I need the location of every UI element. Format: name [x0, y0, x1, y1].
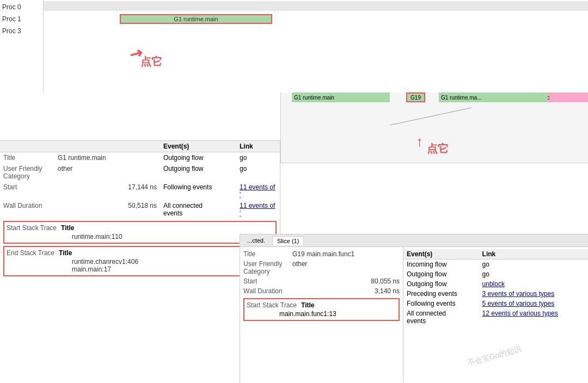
right-detail-panel: ...cted. Slice (1) Title G19 main.main.f… — [240, 234, 588, 383]
rd-events-table: Event(s) Link Incoming flow go Outgoing … — [403, 249, 588, 326]
link-4[interactable]: 11 events of ' — [236, 200, 280, 219]
rd-event-0: Incoming flow — [403, 260, 479, 270]
start-stack-label: Start Stack Trace — [7, 224, 57, 232]
field-col-header — [0, 141, 54, 152]
proc-3-label: Proc 3 — [2, 27, 21, 35]
rt-g1b-label: G1 runtime.ma... — [441, 95, 481, 101]
rd-stack-title-row: Start Stack Trace Title — [247, 301, 396, 309]
table-row: Start 80,055 ns — [240, 276, 403, 286]
rd-link-4[interactable]: 5 events of various types — [479, 299, 588, 308]
table-row: User FriendlyCategory other — [240, 259, 403, 276]
rt-g1b-block[interactable]: G1 runtime.ma... — [439, 92, 548, 102]
right-arrow: ↑ — [416, 133, 423, 150]
link-3-text[interactable]: 11 events of ' — [240, 183, 275, 199]
rt-g1-block[interactable]: G1 runtime.main — [292, 92, 390, 102]
table-row: Wall Duration 3,140 ns — [240, 286, 403, 296]
rd-event-4: Following events — [403, 299, 479, 308]
rd-left-col: Title G19 main.main.func1 User FriendlyC… — [240, 247, 403, 382]
table-row: Title G1 runtime.main Outgoing flow go — [0, 152, 280, 164]
event-3: Following events — [160, 182, 236, 200]
end-stack-title-row: End Stack Trace Title — [7, 249, 273, 257]
end-stack-trace-box: End Stack Trace Title runtime.chanrecv1:… — [3, 246, 277, 276]
proc-0-label: Proc 0 — [2, 3, 21, 11]
table-row: Start 17,144 ns Following events 11 even… — [0, 182, 280, 200]
tab-bar: ...cted. Slice (1) — [240, 234, 588, 247]
end-stack-label: End Stack Trace — [7, 249, 54, 257]
left-annotation-text: 点它 — [140, 54, 162, 69]
end-stack-item-0: runtime.chanrecv1:406 — [7, 258, 273, 265]
link-col-header: Link — [236, 141, 280, 152]
rt-g1-label: G1 runtime.main — [294, 95, 334, 101]
rd-event-3: Preceding events — [403, 289, 479, 299]
start-stack-item-0: runtime.main:110 — [7, 233, 273, 240]
wall-dur-label: Wall Duration — [0, 200, 54, 219]
rd-link-col-header: Link — [479, 249, 588, 260]
table-row: Outgoing flow go — [403, 269, 588, 279]
rd-title-label: Title — [240, 249, 289, 259]
table-row: All connectedevents 12 events of various… — [403, 308, 588, 326]
link-4-text[interactable]: 11 events of ' — [240, 202, 275, 217]
events-col-header: Event(s) — [160, 141, 236, 152]
end-stack-title: Title — [59, 249, 72, 257]
rd-walldur-label: Wall Duration — [240, 286, 289, 296]
right-detail-body: Title G19 main.main.func1 User FriendlyC… — [240, 247, 588, 382]
rd-link-3[interactable]: 3 events of various types — [479, 289, 588, 299]
proc0-track — [44, 1, 588, 11]
table-row: Preceding events 3 events of various typ… — [403, 289, 588, 299]
g1-main-block[interactable]: G1 runtime.main — [120, 14, 272, 24]
timeline-tracks: G1 runtime.main — [44, 0, 588, 92]
rd-cat-label: User FriendlyCategory — [240, 259, 289, 276]
right-timeline: G18 runtime/trace.Start.func G1 runtime.… — [280, 92, 588, 163]
g1-main-label: G1 runtime.main — [174, 16, 218, 22]
svg-line-0 — [390, 108, 471, 125]
left-detail-panel: Event(s) Link Title G1 runtime.main Outg… — [0, 140, 280, 383]
rd-stack-label: Start Stack Trace — [247, 301, 297, 309]
tab-connected[interactable]: ...cted. — [242, 236, 270, 245]
event-2: Outgoing flow — [160, 163, 236, 182]
rd-event-2: Outgoing flow — [403, 279, 479, 289]
category-label: User FriendlyCategory — [0, 163, 54, 182]
rd-link-0: go — [479, 260, 588, 270]
rd-link-2[interactable]: unblock — [479, 279, 588, 289]
rd-event-5: All connectedevents — [403, 308, 479, 326]
table-row: Incoming flow go — [403, 260, 588, 270]
rd-link-2-text[interactable]: unblock — [482, 280, 505, 288]
rd-link-1: go — [479, 269, 588, 279]
rd-right-col: Event(s) Link Incoming flow go Outgoing … — [403, 247, 588, 382]
rd-stack-box: Start Stack Trace Title main.main.func1:… — [243, 298, 400, 321]
event-4: All connectedevents — [160, 200, 236, 219]
rd-link-5[interactable]: 12 events of various types — [479, 308, 588, 326]
rd-link-5-text[interactable]: 12 events of various types — [482, 310, 558, 317]
table-row: Following events 5 events of various typ… — [403, 299, 588, 308]
event-1: Outgoing flow — [160, 152, 236, 164]
table-row: Title G19 main.main.func1 — [240, 249, 403, 259]
rd-title-value: G19 main.main.func1 — [289, 249, 403, 259]
end-stack-item-1: main.main:17 — [7, 265, 273, 273]
rd-cat-value: other — [289, 259, 403, 276]
detail-header-row: Event(s) Link — [0, 141, 280, 152]
start-stack-title: Title — [61, 224, 74, 232]
right-annotation-text: 点它 — [427, 141, 449, 156]
rd-events-header: Event(s) Link — [403, 249, 588, 260]
link-3[interactable]: 11 events of ' — [236, 182, 280, 200]
timeline-area: Proc 0 Proc 1 Proc 3 G1 runtime.main ↗ 点… — [0, 0, 588, 92]
title-label: Title — [0, 152, 54, 164]
link-1: go — [236, 152, 280, 164]
rd-main-table: Title G19 main.main.func1 User FriendlyC… — [240, 249, 403, 296]
tab-slice[interactable]: Slice (1) — [272, 236, 304, 245]
value-col-header — [54, 141, 160, 152]
g19-block[interactable]: G19 — [406, 92, 425, 102]
rd-link-4-text[interactable]: 5 events of various types — [482, 300, 555, 307]
table-row: Wall Duration 50,518 ns All connectedeve… — [0, 200, 280, 219]
proc-labels: Proc 0 Proc 1 Proc 3 — [0, 0, 44, 92]
rd-start-value: 80,055 ns — [289, 276, 403, 286]
rd-link-3-text[interactable]: 3 events of various types — [482, 290, 555, 298]
rd-event-1: Outgoing flow — [403, 269, 479, 279]
start-stack-trace-box: Start Stack Trace Title runtime.main:110 — [3, 221, 277, 244]
start-label: Start — [0, 182, 54, 200]
g19-label: G19 — [411, 95, 421, 101]
detail-table: Event(s) Link Title G1 runtime.main Outg… — [0, 141, 280, 219]
link-2: go — [236, 163, 280, 182]
rd-events-col-header: Event(s) — [403, 249, 479, 260]
proc-1-label: Proc 1 — [2, 15, 21, 23]
